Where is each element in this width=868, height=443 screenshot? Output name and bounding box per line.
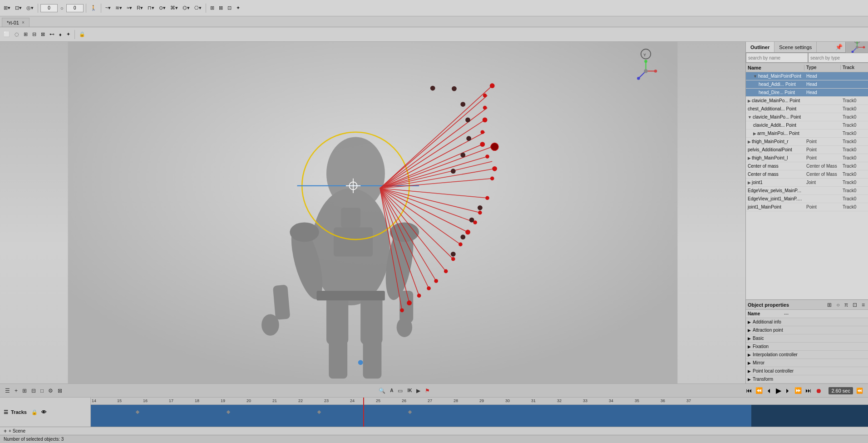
outliner-row-13[interactable]: ▶joint1 Joint Track0 bbox=[746, 179, 868, 187]
a-btn[interactable]: A bbox=[389, 388, 395, 393]
magnifier-film-btn[interactable]: 🔍 bbox=[377, 387, 387, 394]
ik-btn[interactable]: IK bbox=[406, 388, 413, 393]
rewind-start-btn[interactable]: ⏮ bbox=[745, 386, 753, 395]
select-circle-btn[interactable]: ◌ bbox=[13, 30, 21, 38]
pivot-btn[interactable]: ⊟ bbox=[30, 30, 38, 38]
y-input[interactable] bbox=[66, 4, 84, 12]
layout-single-btn[interactable]: ⊡ bbox=[226, 4, 233, 12]
mirror-btn[interactable]: ⊷ bbox=[48, 30, 56, 38]
outliner-row-8[interactable]: ▶thigh_MainPoint_r Point Track0 bbox=[746, 138, 868, 146]
rect-tool-btn[interactable]: ⊓▾ bbox=[146, 4, 156, 12]
lock-btn[interactable]: 🔒 bbox=[77, 30, 87, 38]
prev-btn[interactable]: ⏴ bbox=[765, 386, 773, 395]
expand-icon-0[interactable]: ▼ bbox=[753, 74, 757, 79]
search-type-input[interactable] bbox=[808, 53, 868, 63]
curve-tool-btn[interactable]: ~▾ bbox=[104, 4, 113, 12]
svg-point-78 bbox=[469, 218, 474, 223]
tl-multi-btn[interactable]: ⊠ bbox=[56, 387, 64, 394]
hex-tool-btn[interactable]: ⎔▾ bbox=[192, 4, 203, 12]
tl-grid-btn[interactable]: ⊞ bbox=[21, 387, 28, 394]
tl-square-btn[interactable]: □ bbox=[39, 387, 45, 394]
tab-rt01[interactable]: *rt-01 × bbox=[2, 18, 30, 27]
tri-tool-btn[interactable]: ⌬▾ bbox=[181, 4, 192, 12]
layout-grid-btn[interactable]: ⊞ bbox=[208, 4, 216, 12]
outliner-row-16[interactable]: joint1_MainPoint Point Track0 bbox=[746, 203, 868, 211]
tl-add-track-btn[interactable]: ☰ bbox=[4, 387, 11, 394]
section-additional-info[interactable]: ▶ Additional info bbox=[746, 318, 868, 326]
section-attraction-point[interactable]: ▶ Attraction point bbox=[746, 326, 868, 334]
outliner-tab[interactable]: Outliner bbox=[746, 42, 774, 52]
pin-icon[interactable]: 📌 bbox=[833, 44, 845, 50]
expand-icon-8[interactable]: ▶ bbox=[748, 139, 751, 144]
outliner-row-12[interactable]: Center of mass Center of Mass Track0 bbox=[746, 170, 868, 179]
obj-mode-btn[interactable]: ◎▾ bbox=[25, 4, 35, 12]
sparkle-btn[interactable]: ✦ bbox=[234, 4, 242, 12]
obj-prop-circle-btn[interactable]: ○ bbox=[835, 301, 841, 309]
section-interpolation[interactable]: ▶ Interpolation controller bbox=[746, 351, 868, 359]
outliner-row-14[interactable]: EdgeView_pelvis_MainP... Edge Track0 bbox=[746, 187, 868, 195]
obj-prop-menu-btn[interactable]: ≡ bbox=[860, 301, 866, 309]
outliner-row-5[interactable]: ▼clavicle_MainPo... Point Track0 bbox=[746, 113, 868, 121]
flag-btn[interactable]: ⚑ bbox=[424, 387, 431, 394]
outliner-row-0[interactable]: ▼head_MainPointPoint Head bbox=[746, 72, 868, 80]
outliner-row-11[interactable]: Center of mass Center of Mass Track0 bbox=[746, 162, 868, 170]
view-btn[interactable]: ⊡▾ bbox=[13, 4, 24, 12]
section-transform[interactable]: ▶ Transform bbox=[746, 375, 868, 383]
outliner-row-6[interactable]: clavicle_Addit... Point Track0 bbox=[746, 121, 868, 129]
circle-shape-btn[interactable]: ○ bbox=[59, 5, 65, 12]
diamond-btn[interactable]: ♦ bbox=[57, 31, 64, 38]
viewport[interactable]: Y bbox=[0, 42, 745, 383]
row15-track: Track0 bbox=[841, 196, 868, 201]
section-point-local[interactable]: ▶ Point local controller bbox=[746, 367, 868, 375]
play-btn[interactable]: ▶ bbox=[775, 385, 782, 396]
star-btn[interactable]: ✦ bbox=[64, 30, 72, 38]
x-input[interactable] bbox=[40, 4, 58, 12]
wave-tool-btn[interactable]: ≈▾ bbox=[125, 4, 134, 12]
outliner-row-1[interactable]: head_Addi... Point Head bbox=[746, 80, 868, 89]
scene-btn[interactable]: ⊞▾ bbox=[2, 4, 12, 12]
expand-icon-5[interactable]: ▼ bbox=[748, 115, 752, 119]
prev-frame-btn[interactable]: ⏪ bbox=[755, 386, 764, 395]
obj-prop-pi-btn[interactable]: π bbox=[843, 301, 849, 309]
forward-end-btn[interactable]: ⏭ bbox=[804, 386, 812, 395]
outliner-row-2[interactable]: head_Dire... Point Head bbox=[746, 89, 868, 97]
section-basic[interactable]: ▶ Basic bbox=[746, 334, 868, 343]
search-name-input[interactable] bbox=[746, 53, 808, 63]
layout-4view-btn[interactable]: ⊠ bbox=[217, 4, 225, 12]
next-frame-btn[interactable]: ⏩ bbox=[794, 386, 803, 395]
walk-btn[interactable]: 🚶 bbox=[89, 4, 99, 12]
record-btn[interactable]: ⏺ bbox=[814, 387, 823, 395]
expand-icon-10[interactable]: ▶ bbox=[748, 156, 751, 160]
svg-point-96 bbox=[856, 42, 858, 43]
tl-settings-btn[interactable]: ⚙ bbox=[47, 387, 54, 394]
scene-settings-tab[interactable]: Scene settings bbox=[774, 42, 817, 52]
outliner-row-9[interactable]: pelvis_AdditionalPoint Point Track0 bbox=[746, 146, 868, 154]
rotate-tool-btn[interactable]: R▾ bbox=[135, 4, 145, 12]
outliner-row-10[interactable]: ▶thigh_MainPoint_l Point Track0 bbox=[746, 154, 868, 162]
next-btn[interactable]: ⏵ bbox=[784, 386, 792, 395]
frame-btn[interactable]: ▭ bbox=[396, 387, 404, 394]
expand-icon-13[interactable]: ▶ bbox=[748, 180, 751, 185]
section-mirror[interactable]: ▶ Mirror bbox=[746, 359, 868, 367]
tl-scene-btn[interactable]: + bbox=[13, 387, 19, 394]
expand-icon-7[interactable]: ▶ bbox=[753, 131, 756, 136]
outliner-row-15[interactable]: EdgeView_joint1_MainP... Edge Track0 bbox=[746, 195, 868, 203]
cmd-tool-btn[interactable]: ⌘▾ bbox=[168, 4, 180, 12]
mesh-tool-btn[interactable]: ≋▾ bbox=[113, 4, 124, 12]
outliner-row-3[interactable]: ▶clavicle_MainPo... Point Track0 bbox=[746, 97, 868, 105]
tl-stop-btn[interactable]: ⊟ bbox=[30, 387, 37, 394]
outliner-row-7[interactable]: ▶arm_MainPoi... Point Track0 bbox=[746, 129, 868, 138]
tl-frame-back-btn[interactable]: ⏪ bbox=[855, 387, 864, 394]
select-linked-btn[interactable]: ⊞ bbox=[22, 30, 30, 38]
obj-prop-grid-btn[interactable]: ⊞ bbox=[826, 301, 833, 309]
outliner-row-4[interactable]: chest_Additional... Point Track0 bbox=[746, 105, 868, 113]
cube-btn[interactable]: ⊠ bbox=[39, 30, 47, 38]
obj-prop-view-btn[interactable]: ⊡ bbox=[851, 301, 858, 309]
select-box-btn[interactable]: ⬜ bbox=[2, 30, 12, 38]
svg-point-23 bbox=[349, 182, 357, 189]
expand-icon-3[interactable]: ▶ bbox=[748, 99, 751, 103]
target-tool-btn[interactable]: ⊙▾ bbox=[157, 4, 168, 12]
tab-close-btn[interactable]: × bbox=[22, 20, 25, 25]
next-key-btn[interactable]: ▶ bbox=[415, 387, 422, 394]
section-fixation[interactable]: ▶ Fixation bbox=[746, 343, 868, 351]
